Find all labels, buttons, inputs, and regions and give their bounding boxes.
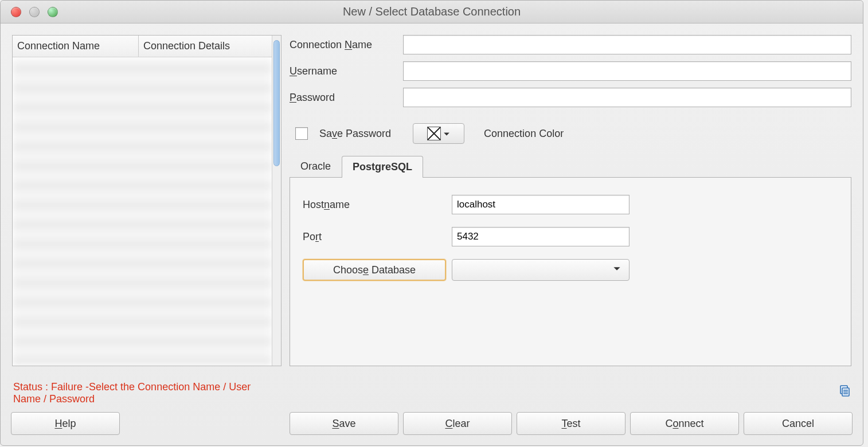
dialog-button-bar: Help Save Clear Test Connect Cancel [1, 406, 863, 445]
connection-color-button[interactable] [413, 123, 464, 144]
username-label: Username [290, 65, 403, 77]
connections-pane: Connection Name Connection Details [12, 35, 281, 366]
password-input[interactable] [403, 88, 851, 107]
connections-table-header: Connection Name Connection Details [13, 36, 272, 57]
save-button[interactable]: Save [290, 412, 398, 435]
choose-database-button[interactable]: Choose Database [303, 259, 446, 281]
port-label: Port [303, 231, 452, 243]
zoom-window-button[interactable] [48, 7, 58, 17]
dialog-window: New / Select Database Connection Connect… [0, 0, 863, 446]
cancel-button[interactable]: Cancel [744, 412, 853, 435]
copy-icon[interactable] [838, 384, 851, 401]
postgresql-panel: Hostname Port Choose Database [290, 177, 851, 366]
connections-table[interactable]: Connection Name Connection Details [12, 35, 281, 366]
dropdown-arrow-icon [443, 128, 450, 139]
username-input[interactable] [403, 61, 851, 81]
col-connection-name[interactable]: Connection Name [13, 36, 139, 57]
connection-color-label: Connection Color [484, 128, 564, 140]
help-button[interactable]: Help [11, 412, 120, 435]
connections-scrollbar[interactable] [272, 36, 281, 366]
dropdown-arrow-icon [613, 264, 621, 276]
dialog-content: Connection Name Connection Details Conne… [1, 23, 863, 378]
database-select[interactable] [452, 259, 630, 281]
status-text: Status : Failure -Select the Connection … [13, 381, 280, 405]
hostname-input[interactable] [452, 195, 630, 214]
window-controls [11, 7, 58, 17]
connect-button[interactable]: Connect [630, 412, 739, 435]
connection-form: Connection Name Username Password Sav [290, 35, 851, 366]
test-button[interactable]: Test [517, 412, 625, 435]
clear-button[interactable]: Clear [403, 412, 512, 435]
connections-table-body-blurred [13, 57, 272, 366]
tab-oracle[interactable]: Oracle [290, 155, 342, 177]
window-title: New / Select Database Connection [343, 5, 521, 18]
connection-name-input[interactable] [403, 35, 851, 54]
tab-postgresql[interactable]: PostgreSQL [342, 156, 423, 178]
titlebar: New / Select Database Connection [1, 1, 863, 23]
save-password-checkbox[interactable] [295, 127, 308, 140]
driver-tabs: Oracle PostgreSQL [290, 155, 851, 177]
col-connection-details[interactable]: Connection Details [139, 36, 272, 57]
save-password-label: Save Password [319, 128, 391, 140]
password-label: Password [290, 92, 403, 104]
connection-name-label: Connection Name [290, 39, 403, 51]
scrollbar-thumb[interactable] [273, 40, 280, 166]
port-input[interactable] [452, 227, 630, 246]
close-window-button[interactable] [11, 7, 21, 17]
minimize-window-button[interactable] [29, 7, 40, 17]
no-color-icon [427, 127, 441, 140]
hostname-label: Hostname [303, 199, 452, 211]
